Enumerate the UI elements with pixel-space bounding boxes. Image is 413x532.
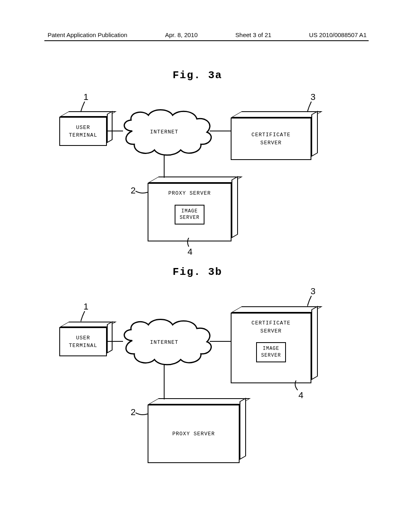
ref-2-label-b: 2: [131, 407, 136, 418]
ref-1-leader-b: [81, 311, 89, 322]
conn-user-cloud-b: [107, 341, 123, 342]
ref-1-label: 1: [83, 92, 88, 102]
ref-2-leader-b: [136, 411, 148, 417]
patent-header: Patent Application Publication Apr. 8, 2…: [0, 31, 413, 38]
ref-4-leader-b: [294, 380, 302, 391]
conn-cloud-proxy-b: [164, 365, 165, 399]
header-pubno: US 2010/0088507 A1: [309, 31, 367, 38]
conn-user-cloud-a: [107, 131, 123, 131]
ref-3-leader-b: [307, 296, 315, 307]
ref-4-leader-a: [186, 238, 194, 247]
image-server-box-a: IMAGE SERVER: [175, 205, 204, 225]
ref-3-label-a: 3: [311, 92, 315, 102]
ref-1-leader: [81, 102, 89, 113]
header-rule: [44, 40, 369, 41]
image-server-box-b: IMAGE SERVER: [256, 342, 286, 362]
figure-3a-title: Fig. 3a: [173, 69, 222, 81]
header-date: Apr. 8, 2010: [165, 31, 198, 38]
certificate-server-label-b: CERTIFICATE SERVER: [252, 319, 291, 335]
ref-3-leader-a: [307, 102, 315, 113]
figure-3b-title: Fig. 3b: [173, 266, 222, 278]
ref-4-label-a: 4: [188, 247, 192, 257]
ref-3-label-b: 3: [311, 286, 315, 297]
conn-cloud-proxy-a: [164, 155, 165, 178]
ref-2-leader-a: [136, 189, 148, 195]
ref-1-label-b: 1: [83, 301, 88, 312]
header-left: Patent Application Publication: [48, 31, 127, 38]
ref-4-label-b: 4: [298, 390, 303, 401]
conn-cloud-cert-a: [210, 131, 231, 131]
ref-2-label-a: 2: [131, 185, 136, 196]
conn-cloud-cert-b: [210, 341, 231, 342]
internet-label-b: INTERNET: [150, 339, 178, 345]
proxy-server-label-b: PROXY SERVER: [172, 430, 215, 438]
proxy-server-label-a: PROXY SERVER: [168, 189, 211, 197]
internet-label-a: INTERNET: [150, 129, 178, 135]
header-sheet: Sheet 3 of 21: [236, 31, 271, 38]
